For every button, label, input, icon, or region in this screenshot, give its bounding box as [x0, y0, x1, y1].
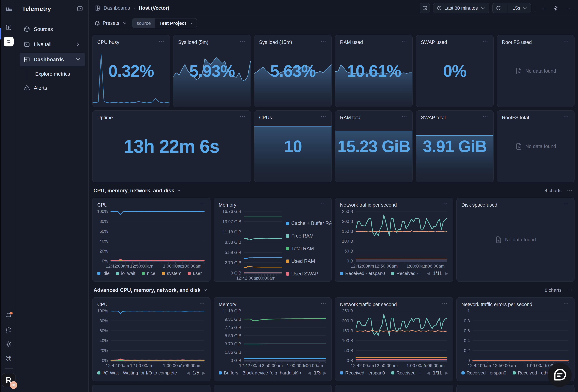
card-menu-button[interactable] — [482, 40, 489, 43]
notifications-button[interactable] — [4, 311, 14, 321]
pager-next-button[interactable]: ▶ — [445, 271, 448, 276]
card-menu-button[interactable] — [320, 202, 327, 206]
plus-icon — [541, 5, 547, 11]
window-edge — [0, 0, 1, 392]
section-menu-button[interactable] — [566, 288, 573, 292]
pager-prev-button[interactable]: ◀ — [427, 370, 430, 375]
svg-text:12:50:00am: 12:50:00am — [492, 363, 516, 368]
card-menu-button[interactable] — [563, 115, 570, 119]
bolt-square-icon — [5, 24, 12, 31]
legend-item-label: Received - eth0 — [518, 370, 550, 376]
card-menu-button[interactable] — [563, 202, 570, 206]
card-menu-button[interactable] — [401, 40, 408, 43]
card-title: CPUs — [259, 115, 272, 120]
card-header: Network traffic errors per second — [457, 297, 574, 307]
legend-item-label: io_wait — [121, 271, 135, 276]
legend-item: Cache + Buffer RAM — [286, 220, 332, 226]
card-menu-button[interactable] — [239, 115, 246, 119]
presets-label: Presets — [103, 20, 119, 26]
card-menu-button[interactable] — [441, 302, 448, 305]
chart-body: 100%80%60%40%20%0%12:42:00am12:50:00am1:… — [97, 209, 206, 269]
ellipsis-icon — [442, 302, 448, 305]
card-menu-button[interactable] — [441, 202, 448, 206]
svg-text:150 B: 150 B — [342, 229, 353, 234]
chart-plot[interactable]: 250 B200 B150 B100 B50 B0 B12:42:00am12:… — [340, 209, 448, 270]
chart-plot[interactable]: 100%80%60%40%20%0%12:42:00am12:50:00am1:… — [97, 209, 206, 270]
card-menu-button[interactable] — [198, 202, 205, 206]
chart-plot[interactable]: 16.76 GiB13.97 GiB11.18 GiB8.38 GiB5.59 … — [218, 209, 284, 282]
collapse-sidebar-button[interactable] — [76, 5, 83, 12]
card-menu-button[interactable] — [158, 40, 165, 43]
breadcrumb-dashboards[interactable]: Dashboards — [104, 5, 130, 11]
section-menu-button[interactable] — [566, 189, 573, 193]
card-menu-button[interactable] — [563, 302, 570, 305]
pager-next-button[interactable]: ▶ — [202, 370, 205, 375]
legend-chip — [286, 272, 289, 276]
card-menu-button[interactable] — [239, 40, 246, 43]
quickstart-nav-button[interactable] — [4, 22, 14, 32]
legend-chip — [286, 222, 289, 225]
live-mode-button[interactable] — [551, 4, 560, 12]
section-header: CPU, memory, network, and disk4 charts — [94, 188, 573, 194]
chart-body: 100%80%60%40%20%0%12:42:00am12:50:00am1:… — [97, 308, 206, 369]
sidebar-item-live-tail[interactable]: Live tail — [20, 38, 85, 51]
legend-item: idle — [97, 271, 110, 276]
card-menu-button[interactable] — [320, 40, 327, 43]
chart-plot[interactable]: 10.80.60.40.2012:42:00am12:50:00am1:00:0… — [461, 308, 570, 370]
pager-next-button[interactable]: ▶ — [445, 370, 448, 375]
telemetry-nav-button[interactable] — [4, 37, 14, 47]
chart-plot[interactable]: 250 B200 B150 B100 B50 B0 B12:42:00am12:… — [340, 308, 448, 370]
pager-prev-button[interactable]: ◀ — [186, 370, 190, 375]
pager-next-button[interactable]: ▶ — [323, 370, 327, 375]
card-header: Root FS used — [497, 35, 574, 45]
terminal-button[interactable] — [420, 3, 430, 13]
time-range-button[interactable]: Last 30 minutes — [433, 3, 489, 13]
svg-text:200 B: 200 B — [342, 319, 353, 323]
ellipsis-icon — [563, 40, 569, 43]
add-panel-button[interactable] — [539, 4, 548, 12]
presets-button[interactable]: Presets — [95, 20, 127, 26]
card-title: Sys load (15m) — [259, 40, 292, 45]
more-options-button[interactable] — [564, 4, 572, 12]
card-menu-button[interactable] — [320, 302, 327, 305]
sidebar-item-sources[interactable]: Sources — [20, 22, 85, 36]
sidebar-item-explore-metrics[interactable]: Explore metrics — [34, 68, 85, 80]
ellipsis-icon — [401, 40, 407, 43]
support-chat-button[interactable] — [548, 363, 572, 387]
card-menu-button[interactable] — [198, 302, 205, 305]
legend-chip — [391, 272, 394, 275]
no-data-label: No data found — [525, 68, 556, 74]
svg-text:5.59 GiB: 5.59 GiB — [225, 333, 241, 338]
avatar[interactable]: R NF — [1, 373, 16, 387]
svg-text:0.2: 0.2 — [464, 348, 470, 353]
card-title: CPU busy — [97, 40, 119, 45]
theme-toggle-button[interactable] — [4, 339, 14, 349]
source-filter[interactable]: source Test Project — [132, 18, 197, 28]
stat-card-ram-total: RAM total15.23 GiB — [335, 110, 413, 182]
command-palette-button[interactable]: ⌘ — [4, 353, 14, 363]
refresh-button[interactable] — [493, 3, 504, 13]
chart-plot[interactable]: 100%80%60%40%20%0%12:42:00am12:50:00am1:… — [97, 308, 206, 370]
card-menu-button[interactable] — [563, 40, 570, 43]
feedback-button[interactable] — [4, 325, 14, 335]
chart-row: CPU100%80%60%40%20%0%12:42:00am12:50:00a… — [92, 297, 575, 381]
svg-text:0 B: 0 B — [347, 259, 353, 263]
pager-prev-button[interactable]: ◀ — [427, 271, 430, 276]
card-header: CPU — [93, 297, 210, 307]
card-menu-button[interactable] — [401, 115, 408, 119]
pager-prev-button[interactable]: ◀ — [308, 370, 311, 375]
ellipsis-icon — [240, 115, 245, 118]
dashboard-icon — [24, 56, 30, 63]
sidebar-item-alerts[interactable]: Alerts — [20, 81, 85, 95]
card-menu-button[interactable] — [482, 115, 489, 119]
svg-text:0.8: 0.8 — [464, 319, 470, 323]
card-menu-button[interactable] — [320, 115, 327, 119]
refresh-interval-button[interactable]: 15s — [509, 3, 531, 13]
sidebar-item-dashboards[interactable]: Dashboards — [20, 53, 85, 66]
legend-item-label: Received - erspan0 — [467, 370, 506, 376]
chart-plot[interactable]: 11.18 GiB9.31 GiB7.45 GiB5.59 GiB3.73 Gi… — [218, 308, 327, 370]
chart-legend: Cache + Buffer RAMFree RAMTotal RAMUsed … — [284, 209, 327, 282]
legend-chip — [286, 247, 289, 250]
card-header: Uptime — [93, 111, 251, 120]
ellipsis-icon — [565, 5, 571, 11]
